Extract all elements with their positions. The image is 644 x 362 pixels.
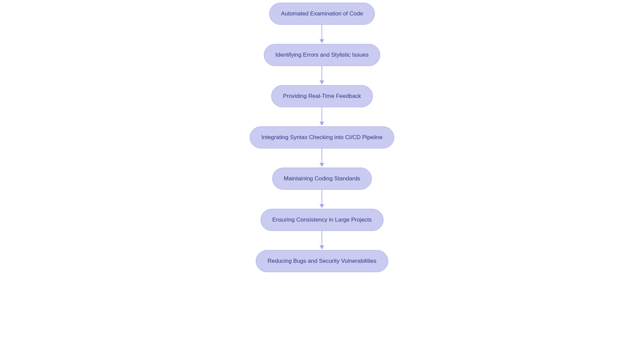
arrow-down-icon xyxy=(320,231,324,250)
arrow-down-icon xyxy=(320,107,324,126)
flow-node: Automated Examination of Code xyxy=(269,3,375,25)
flowchart-diagram: Automated Examination of Code Identifyin… xyxy=(250,3,394,272)
flow-node: Identifying Errors and Stylistic Issues xyxy=(264,44,380,66)
arrow-down-icon xyxy=(320,148,324,168)
flow-node: Providing Real-Time Feedback xyxy=(271,85,373,107)
flow-node: Maintaining Coding Standards xyxy=(272,168,372,190)
arrow-down-icon xyxy=(320,190,324,209)
flow-node: Integrating Syntax Checking into CI/CD P… xyxy=(250,126,394,148)
flow-node: Reducing Bugs and Security Vulnerabiliti… xyxy=(256,250,388,272)
flow-node: Ensuring Consistency in Large Projects xyxy=(261,209,384,231)
arrow-down-icon xyxy=(320,25,324,44)
arrow-down-icon xyxy=(320,66,324,85)
